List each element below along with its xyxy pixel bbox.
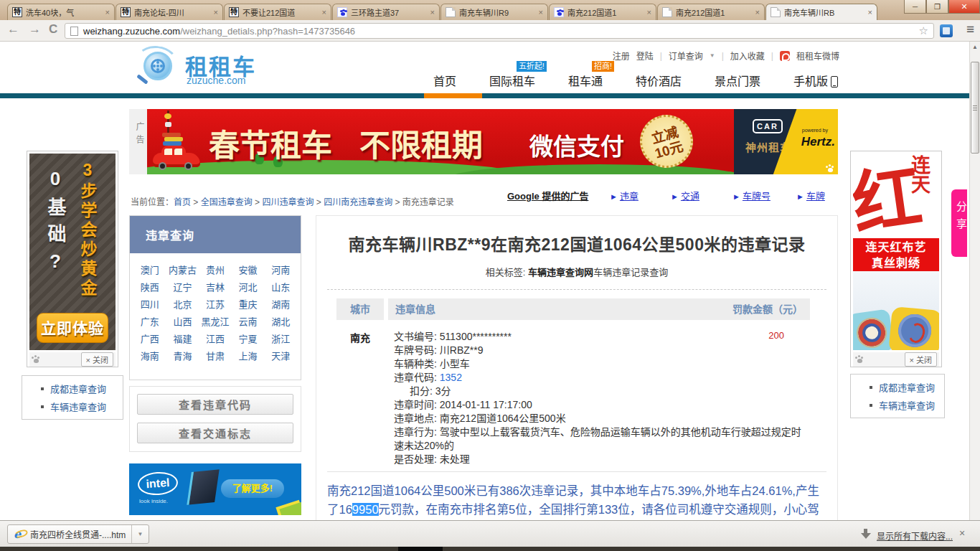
province-link-辽宁[interactable]: 辽宁 (166, 280, 199, 296)
top-link-加入收藏[interactable]: 加入收藏 (730, 50, 765, 62)
gold-trading-ad[interactable]: 0基础? 3步学会炒黄金 立即体验 × 关闭 (27, 151, 118, 367)
province-link-广西[interactable]: 广西 (133, 331, 166, 347)
browser-tab[interactable]: 南充212国道1× (657, 4, 765, 20)
window-close-button[interactable]: ✕ (948, 0, 980, 14)
province-link-湖北[interactable]: 湖北 (264, 314, 297, 330)
province-link-安徽[interactable]: 安徽 (232, 263, 265, 278)
window-minimize-button[interactable]: ─ (904, 0, 926, 14)
province-link-内蒙古[interactable]: 内蒙古 (166, 263, 199, 278)
tag-link[interactable]: 车辆违章记录查询 (593, 267, 668, 278)
top-link-订单查询[interactable]: 订单查询 (669, 50, 703, 62)
tab-close-icon[interactable]: × (105, 8, 110, 17)
province-link-山西[interactable]: 山西 (166, 314, 199, 330)
province-link-广东[interactable]: 广东 (133, 314, 166, 330)
browser-menu-icon[interactable]: ≡ (966, 22, 974, 37)
top-link-注册[interactable]: 注册 (613, 50, 630, 62)
browser-tab[interactable]: 特南充论坛-四川× (116, 4, 223, 20)
back-icon[interactable]: ← (7, 22, 19, 37)
province-link-江西[interactable]: 江西 (199, 331, 232, 347)
province-link-吉林[interactable]: 吉林 (199, 280, 232, 296)
province-link-黑龙江[interactable]: 黑龙江 (199, 314, 232, 330)
province-link-陕西[interactable]: 陕西 (133, 280, 166, 296)
google-ad-link-车牌号[interactable]: ►车牌号 (732, 189, 771, 202)
province-link-上海[interactable]: 上海 (232, 349, 265, 364)
browser-tab[interactable]: 南充车辆川R9× (440, 4, 548, 20)
province-link-北京[interactable]: 北京 (166, 297, 199, 313)
province-link-甘肃[interactable]: 甘肃 (199, 349, 232, 364)
download-item-menu-caret[interactable]: ▼ (131, 525, 149, 543)
ad-close-button[interactable]: × 关闭 (81, 352, 113, 367)
nav-item-手机版[interactable]: 手机版 (793, 72, 838, 89)
page-scrollbar[interactable]: ▲ (969, 42, 980, 520)
province-link-四川[interactable]: 四川 (133, 297, 166, 313)
tab-close-icon[interactable]: × (430, 8, 435, 17)
browser-tab[interactable]: 南充212国道1× (549, 4, 656, 20)
quick-link-车辆违章查询[interactable]: 车辆违章查询 (851, 396, 944, 414)
province-link-重庆[interactable]: 重庆 (232, 297, 265, 313)
banner-ad[interactable]: 春节租车不限租期 微信支付 立减10元 CAR 神州租车 powered by … (147, 109, 838, 174)
window-restore-button[interactable]: ❐ (926, 0, 948, 14)
top-link-登陆[interactable]: 登陆 (636, 50, 654, 62)
quick-link-成都违章查询[interactable]: 成都违章查询 (851, 378, 944, 396)
province-link-宁夏[interactable]: 宁夏 (232, 331, 265, 347)
tab-close-icon[interactable]: × (868, 8, 872, 17)
intel-learn-more-button[interactable]: 了解更多! (221, 479, 284, 498)
google-ad-link-车牌[interactable]: ►车牌 (796, 189, 825, 202)
breadcrumb-link[interactable]: 四川违章查询 (262, 197, 314, 207)
nav-item-租车通[interactable]: 租车通招商! (568, 72, 603, 89)
province-link-山东[interactable]: 山东 (264, 280, 297, 296)
province-link-河南[interactable]: 河南 (264, 263, 297, 278)
tab-close-icon[interactable]: × (322, 8, 326, 17)
browser-tab[interactable]: 三环路主道37× (332, 4, 440, 20)
province-link-天津[interactable]: 天津 (264, 349, 297, 364)
gold-ad-cta-button[interactable]: 立即体验 (37, 313, 108, 343)
province-link-澳门[interactable]: 澳门 (133, 263, 166, 278)
breadcrumb-link[interactable]: 全国违章查询 (201, 197, 253, 207)
show-all-downloads-link[interactable]: 显示所有下载内容... (877, 529, 953, 542)
field-value[interactable]: 1352 (440, 372, 462, 383)
nav-item-国际租车[interactable]: 国际租车五折起! (489, 72, 535, 89)
ad-close-button[interactable]: × 关闭 (905, 352, 937, 367)
address-bar[interactable]: weizhang.zuzuche.com/weizhang_detials.ph… (65, 23, 934, 39)
browser-tab[interactable]: 南充车辆川RB× (765, 4, 877, 20)
bookmark-star-icon[interactable]: ☆ (919, 24, 928, 37)
sidebar-button-查看违章代码[interactable]: 查看违章代码 (137, 394, 293, 415)
scrollbar-thumb[interactable] (971, 62, 979, 154)
province-link-青海[interactable]: 青海 (166, 349, 199, 364)
extension-icon[interactable] (940, 24, 953, 37)
tag-link-bold[interactable]: 车辆违章查询网 (528, 267, 593, 278)
province-link-江苏[interactable]: 江苏 (199, 297, 232, 313)
sidebar-button-查看交通标志[interactable]: 查看交通标志 (137, 423, 293, 443)
browser-tab[interactable]: 特不要让212国道× (224, 4, 331, 20)
province-link-海南[interactable]: 海南 (133, 349, 166, 364)
tab-close-icon[interactable]: × (755, 8, 760, 17)
province-link-云南[interactable]: 云南 (232, 314, 265, 330)
top-link-租租车微博[interactable]: 租租车微博 (796, 50, 839, 62)
intel-ad[interactable]: intel look inside. 了解更多! (129, 463, 301, 515)
forward-icon[interactable]: → (29, 22, 41, 37)
google-ad-link-交通[interactable]: ►交通 (671, 189, 699, 202)
silk-embroidery-ad[interactable]: 红 连天 连天红布艺 真丝刺绣 × 关闭 (850, 151, 942, 367)
downloaded-file-button[interactable]: e 南充四桥全线贯通-....htm ▼ (7, 524, 149, 544)
nav-item-特价酒店[interactable]: 特价酒店 (636, 72, 682, 89)
province-link-福建[interactable]: 福建 (166, 331, 199, 347)
quick-link-成都违章查询[interactable]: 成都违章查询 (22, 380, 123, 397)
province-link-湖南[interactable]: 湖南 (264, 297, 297, 313)
zuzuche-logo-icon[interactable] (135, 46, 182, 88)
quick-link-车辆违章查询[interactable]: 车辆违章查询 (22, 397, 123, 415)
tab-close-icon[interactable]: × (539, 8, 543, 17)
browser-tab[interactable]: 特洗车40块，气× (7, 4, 115, 20)
tab-close-icon[interactable]: × (214, 8, 218, 17)
province-link-浙江[interactable]: 浙江 (264, 331, 297, 347)
scrollbar-up-arrow[interactable]: ▲ (970, 42, 980, 53)
refresh-icon[interactable]: C (49, 22, 57, 37)
share-button[interactable]: 分享 (951, 189, 967, 257)
download-bar-close-icon[interactable]: × (959, 527, 965, 539)
province-link-河北[interactable]: 河北 (232, 280, 265, 296)
nav-item-首页[interactable]: 首页 (433, 72, 456, 89)
google-ad-link-违章[interactable]: ►违章 (610, 189, 639, 202)
tab-close-icon[interactable]: × (647, 8, 651, 17)
province-link-贵州[interactable]: 贵州 (199, 263, 232, 278)
breadcrumb-link[interactable]: 首页 (174, 197, 191, 207)
breadcrumb-link[interactable]: 四川南充违章查询 (324, 197, 392, 207)
